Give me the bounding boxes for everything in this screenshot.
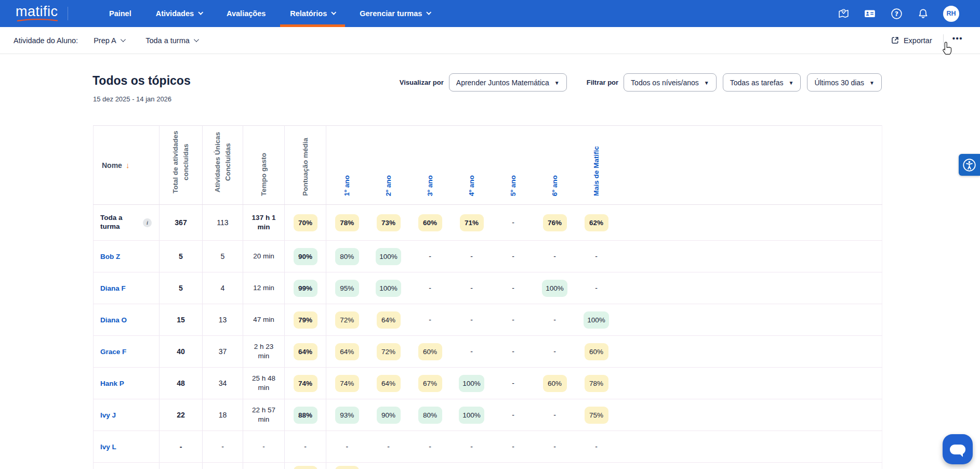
score-cell: - [368,431,409,463]
matific-logo[interactable]: matific [16,5,58,22]
score-badge: 72% [335,311,359,329]
score-badge: 100% [542,280,567,297]
score-badge: 80% [418,407,442,424]
nav-item-atividades[interactable]: Atividades [155,0,203,27]
no-data-dash: - [512,316,514,324]
help-icon[interactable]: ? [890,7,903,20]
partial-cell [94,463,160,469]
score-cell: - [409,431,451,463]
partial-cell [285,463,326,469]
total-activities-cell: 15 [160,304,203,336]
no-data-dash: - [512,442,514,451]
score-cell: 88% [285,399,326,431]
score-badge: 74% [294,375,317,392]
score-badge: 60% [418,343,442,360]
student-name-link[interactable]: Hank P [100,380,124,387]
score-cell: 64% [368,304,409,336]
curriculum-dropdown[interactable]: Aprender Juntos Matemática▼ [449,73,567,92]
score-cell: - [326,431,368,463]
accessibility-widget-button[interactable] [959,154,980,176]
student-name-link[interactable]: Diana F [100,284,126,292]
time-spent-cell: 12 min [243,272,285,304]
nav-item-painel[interactable]: Painel [108,0,133,27]
name-cell: Bob Z [94,241,160,272]
export-button[interactable]: Exportar [891,36,932,45]
student-name-link[interactable]: Diana O [100,316,127,324]
name-cell: Toda a turmai [94,205,160,241]
scope-selector-dropdown[interactable]: Toda a turma [145,36,197,45]
column-header-unique-activities: Atividades Únicas Concluídas [203,126,243,205]
date-filter-dropdown[interactable]: Últimos 30 dias▼ [807,73,882,92]
svg-text:?: ? [894,9,898,17]
name-cell: Grace F [94,336,160,368]
student-name-link[interactable]: Grace F [100,348,126,356]
chat-support-button[interactable] [943,434,973,464]
partial-cell [451,463,493,469]
score-cell: - [534,399,576,431]
info-icon[interactable]: i [143,218,152,227]
dropdown-arrow-icon: ▼ [869,80,875,86]
levels-filter-dropdown[interactable]: Todos os níveis/anos▼ [624,73,717,92]
class-selector-dropdown[interactable]: Prep A [94,36,124,45]
unique-activities-cell: 13 [203,304,243,336]
score-cell: - [493,241,534,272]
nav-divider [68,7,68,20]
score-badge: 67% [418,375,442,392]
nav-item-relatorios[interactable]: Relatórios [289,0,336,27]
student-name-link[interactable]: Ivy J [100,411,116,419]
score-badge: 95% [335,280,359,297]
score-cell: 71% [451,205,493,241]
nav-right-actions: ? RH [837,6,959,22]
nav-item-gerenciar-turmas[interactable]: Gerenciar turmas [359,0,431,27]
score-cell: 100% [534,272,576,304]
score-badge: 75% [585,407,608,424]
tasks-filter-dropdown[interactable]: Todas as tarefas▼ [723,73,801,92]
map-icon[interactable] [837,7,850,20]
report-context-label: Atividade do Aluno: [14,36,78,45]
student-name-link[interactable]: Bob Z [100,253,120,260]
column-header-filler [617,126,882,205]
sort-descending-icon: ↓ [126,161,130,170]
name-cell: Ivy J [94,399,160,431]
time-spent-cell: 2 h 23 min [243,336,285,368]
id-card-icon[interactable] [864,7,876,20]
visualize-by-label: Visualizar por [400,79,444,86]
student-row: Diana F5412 min99%95%100%---100%- [94,272,882,304]
score-cell: 99% [285,272,326,304]
score-cell: 80% [326,241,368,272]
date-range: 15 dez 2025 - 14 jan 2026 [93,95,171,103]
more-options-button[interactable]: ••• [952,36,963,45]
no-data-dash: - [553,411,556,419]
score-cell: - [493,304,534,336]
score-badge: 100% [376,248,401,265]
no-data-dash: - [553,442,556,451]
nav-item-avaliacoes[interactable]: Avaliações [226,0,267,27]
score-cell: 74% [326,368,368,399]
user-avatar[interactable]: RH [943,6,959,22]
score-badge: 100% [459,407,484,424]
column-header-grade-1: 1º ano [326,126,368,205]
total-activities-cell: - [160,431,203,463]
student-row: Hank P483425 h 48 min74%74%64%67%100%-60… [94,368,882,399]
score-badge: 90% [377,407,401,424]
notifications-icon[interactable] [917,7,929,20]
score-cell: 70% [285,205,326,241]
no-data-dash: - [595,442,598,451]
main-nav: Painel Atividades Avaliações Relatórios … [108,0,431,27]
score-cell: 100% [451,368,493,399]
score-cell: 64% [326,336,368,368]
score-badge: 76% [543,214,567,231]
partial-student-row [94,463,882,469]
time-spent-cell: 20 min [243,241,285,272]
chevron-down-icon [331,10,336,15]
column-header-name[interactable]: Nome↓ [94,126,160,205]
student-name-link[interactable]: Ivy L [100,443,116,451]
chat-bubble-icon [950,445,965,454]
nav-item-label: Painel [109,9,131,18]
no-data-dash: - [429,252,431,260]
score-badge: 78% [585,375,608,392]
filler-cell [617,368,882,399]
score-cell: 95% [326,272,368,304]
summary-row-name: Toda a turma [100,214,134,231]
column-header-grade-5: 5º ano [493,126,534,205]
